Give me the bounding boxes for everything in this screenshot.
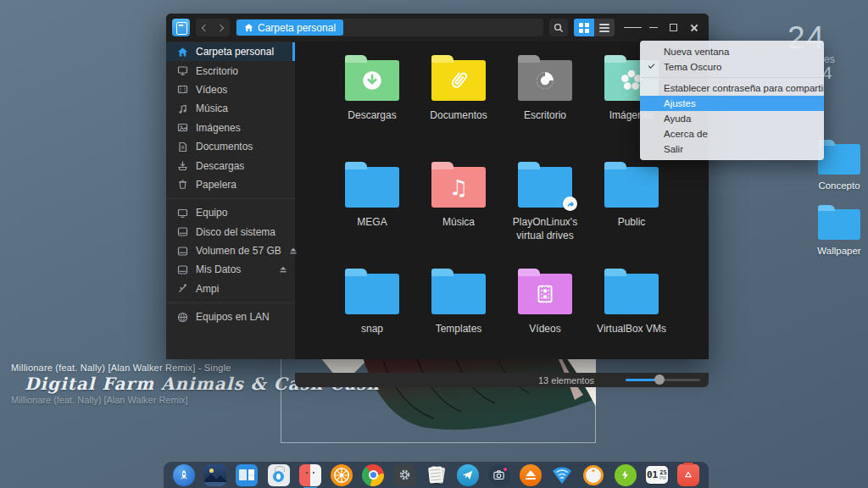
list-view-button[interactable]: [594, 19, 615, 36]
menu-item-tema-oscuro[interactable]: Tema Oscuro: [640, 59, 824, 75]
sidebar-item-escritorio[interactable]: Escritorio: [166, 61, 295, 80]
folder-virtualbox-vms[interactable]: VirtualBox VMs: [588, 266, 675, 373]
breadcrumb[interactable]: Carpeta personal: [236, 19, 343, 36]
sidebar-item-disco-del-sistema[interactable]: Disco del sistema: [166, 223, 295, 241]
folder-label: Public: [618, 216, 646, 230]
menu-item-nueva-ventana[interactable]: Nueva ventana: [640, 44, 824, 59]
mountains-icon: [204, 464, 226, 486]
documents-icon: [177, 141, 188, 152]
yellow-folder-icon: [431, 60, 486, 101]
menu-item-establecer-contrasena[interactable]: Establecer contraseña para compartir: [640, 80, 824, 96]
forward-icon[interactable]: [217, 24, 224, 30]
dock-item-launcher[interactable]: [173, 464, 195, 486]
menu-item-salir[interactable]: Salir: [640, 141, 824, 157]
dock-item-wifi[interactable]: [551, 464, 573, 486]
blue-folder-icon: [345, 167, 399, 208]
music-icon: [177, 103, 188, 114]
maximize-button[interactable]: [665, 19, 682, 36]
paper-icon: [428, 466, 443, 484]
dock-item-power-manager[interactable]: [615, 464, 637, 486]
folder-escritorio[interactable]: Escritorio: [502, 53, 588, 159]
close-button[interactable]: [685, 19, 703, 36]
sidebar-item-videos[interactable]: Vídeos: [166, 80, 295, 99]
folder-playonlinux[interactable]: PlayOnLinux's virtual drives: [502, 159, 588, 266]
search-button[interactable]: [549, 19, 568, 36]
sidebar-item-imagenes[interactable]: Imágenes: [166, 119, 295, 137]
back-icon[interactable]: [202, 24, 209, 30]
menu-item-ajustes[interactable]: Ajustes: [640, 96, 824, 111]
eject-icon[interactable]: [279, 265, 287, 274]
dock-item-chrome[interactable]: [362, 464, 384, 486]
dock-item-tuner[interactable]: [582, 464, 604, 486]
dock-item-app-store[interactable]: [268, 464, 290, 486]
trash-icon: [177, 179, 188, 190]
sidebar-item-label: Equipos en LAN: [196, 311, 270, 323]
titlebar[interactable]: Carpeta personal: [166, 14, 709, 42]
sidebar-item-ampi[interactable]: Ampi: [166, 280, 295, 298]
folder-public[interactable]: Public: [588, 159, 675, 266]
eject-icon: [526, 470, 536, 476]
sidebar-item-carpeta-personal[interactable]: Carpeta personal: [166, 42, 295, 61]
menu-item-acerca-de[interactable]: Acerca de: [640, 126, 824, 141]
app-icon: [172, 19, 190, 36]
folder-label: PlayOnLinux's virtual drives: [504, 216, 587, 242]
minimize-icon: [649, 27, 658, 29]
dock-item-settings[interactable]: [393, 464, 415, 486]
file-manager-window: Carpeta personal: [166, 14, 709, 359]
check-icon: [648, 62, 655, 69]
folder-musica[interactable]: ♫ Música: [415, 159, 502, 266]
zoom-slider-handle[interactable]: [654, 374, 665, 385]
shortcut-arrow-icon: [566, 200, 575, 208]
sidebar-item-descargas[interactable]: Descargas: [166, 156, 295, 175]
sidebar-item-papelera[interactable]: Papelera: [166, 175, 295, 194]
purple-folder-icon: [518, 274, 572, 314]
sidebar-item-label: Ampi: [196, 283, 219, 295]
desktop-icon-label: Wallpaper: [811, 246, 867, 256]
dock-item-clementine[interactable]: [331, 464, 353, 486]
dock-item-notes[interactable]: [426, 464, 448, 486]
dock-item-clock[interactable]: 01 25 PM: [646, 464, 668, 486]
folder-templates[interactable]: Templates: [415, 266, 502, 373]
dock-item-camera[interactable]: [488, 464, 510, 486]
sidebar-item-musica[interactable]: Música: [166, 99, 295, 118]
dock-item-file-manager[interactable]: [299, 464, 321, 486]
network-icon: [177, 312, 188, 323]
dock-item-multitasking[interactable]: [236, 464, 258, 486]
close-icon: [690, 24, 698, 32]
sidebar-item-equipo[interactable]: Equipo: [166, 203, 295, 222]
folder-mega[interactable]: MEGA: [329, 159, 415, 266]
folder-documentos[interactable]: Documentos: [415, 53, 502, 159]
sidebar-item-label: Volumen de 57 GB: [196, 245, 281, 257]
chrome-center-icon: [369, 470, 378, 480]
menu-item-ayuda[interactable]: Ayuda: [640, 111, 824, 126]
dock-item-photos[interactable]: [204, 464, 226, 486]
minimize-button[interactable]: [644, 19, 662, 36]
dock-item-telegram[interactable]: [457, 464, 479, 486]
window-menu-button[interactable]: [624, 19, 642, 36]
videos-icon: [177, 84, 188, 95]
sidebar-item-equipos-en-lan[interactable]: Equipos en LAN: [166, 308, 295, 326]
wifi-icon: [551, 465, 573, 485]
blue-folder-icon: [345, 274, 399, 314]
folder-snap[interactable]: snap: [329, 266, 415, 373]
sidebar-item-documentos[interactable]: Documentos: [166, 137, 295, 156]
folder-descargas[interactable]: Descargas: [329, 53, 415, 159]
desktop-icon: [177, 65, 188, 76]
folder-videos[interactable]: Vídeos: [502, 266, 588, 373]
grid-view-button[interactable]: [574, 19, 594, 36]
address-bar[interactable]: Carpeta personal: [236, 19, 543, 36]
window-controls: [624, 19, 703, 36]
sidebar-item-label: Música: [196, 103, 228, 114]
sidebar-separator: [166, 302, 295, 303]
desktop-icon-wallpaper[interactable]: Wallpaper: [811, 209, 867, 256]
sidebar-item-volumen-57gb[interactable]: Volumen de 57 GB: [166, 241, 295, 260]
green-folder-icon: [345, 60, 399, 101]
zoom-slider[interactable]: [626, 379, 700, 381]
desktop-icon-label: Concepto: [811, 180, 867, 191]
sidebar-item-mis-datos[interactable]: Mis Datos: [166, 260, 295, 279]
dock-item-media-player[interactable]: [520, 464, 542, 486]
dock-item-trash[interactable]: [677, 464, 699, 486]
window-body: Carpeta personal Escritorio Vídeos: [166, 42, 709, 359]
eject-icon[interactable]: [289, 247, 298, 255]
music-note-icon: ♫: [449, 177, 468, 198]
